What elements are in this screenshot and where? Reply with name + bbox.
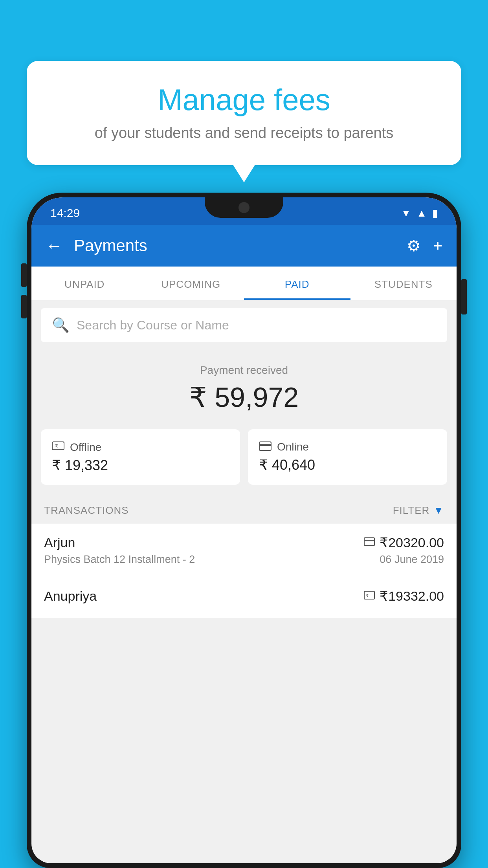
payment-cards: ₹ Offline ₹ 19,332 [31,421,457,496]
online-icon [259,440,272,454]
svg-text:₹: ₹ [55,443,58,449]
settings-icon[interactable]: ⚙ [407,237,421,255]
online-amount: ₹ 40,640 [259,457,436,473]
speech-bubble-title: Manage fees [50,83,438,117]
phone-notch [205,197,283,218]
offline-label: Offline [70,441,101,454]
transaction-amount-wrapper: ₹20320.00 [364,535,444,550]
filter-icon: ▼ [433,504,444,517]
camera [238,202,250,213]
tabs-bar: UNPAID UPCOMING PAID STUDENTS [31,267,457,300]
search-icon: 🔍 [52,317,70,333]
svg-rect-3 [259,444,271,446]
battery-icon: ▮ [432,207,438,219]
offline-payment-card: ₹ Offline ₹ 19,332 [41,429,240,485]
transaction-list: Arjun ₹20320.00 Physics [31,524,457,618]
transaction-amount-wrapper: ₹ ₹19332.00 [364,588,444,604]
table-row[interactable]: Anupriya ₹ ₹19332.00 [31,577,457,618]
tab-paid[interactable]: PAID [244,267,350,300]
app-bar-actions: ⚙ + [407,237,442,255]
search-bar[interactable]: 🔍 Search by Course or Name [41,308,447,342]
phone-frame: 14:29 ▼ ▲ ▮ ← Payments ⚙ + UNPAID [27,193,461,868]
online-label: Online [277,441,309,453]
speech-bubble: Manage fees of your students and send re… [27,61,461,165]
filter-button[interactable]: FILTER ▼ [393,504,444,517]
tab-students[interactable]: STUDENTS [350,267,457,300]
status-icons: ▼ ▲ ▮ [401,207,438,219]
app-bar: ← Payments ⚙ + [31,225,457,267]
svg-text:₹: ₹ [366,593,369,598]
add-icon[interactable]: + [433,237,442,255]
back-button[interactable]: ← [46,236,63,256]
volume-down-button[interactable] [21,295,27,318]
offline-amount: ₹ 19,332 [52,457,229,474]
phone-screen: 14:29 ▼ ▲ ▮ ← Payments ⚙ + UNPAID [31,197,457,863]
svg-rect-5 [364,540,374,541]
power-button[interactable] [461,279,467,314]
offline-icon: ₹ [52,440,64,454]
status-time: 14:29 [50,206,80,220]
content-area: 🔍 Search by Course or Name Payment recei… [31,308,457,618]
payment-received-amount: ₹ 59,972 [41,381,447,414]
table-row[interactable]: Arjun ₹20320.00 Physics [31,524,457,577]
transaction-name: Anupriya [44,588,97,604]
transactions-label: TRANSACTIONS [44,504,129,517]
volume-up-button[interactable] [21,263,27,287]
transaction-course: Physics Batch 12 Installment - 2 [44,554,195,566]
svg-rect-0 [52,442,64,450]
tab-upcoming[interactable]: UPCOMING [138,267,244,300]
app-bar-title: Payments [74,236,396,255]
speech-bubble-subtitle: of your students and send receipts to pa… [50,125,438,142]
wifi-icon: ▼ [401,207,411,219]
transaction-amount: ₹20320.00 [380,535,444,550]
transactions-header: TRANSACTIONS FILTER ▼ [31,496,457,524]
signal-icon: ▲ [416,207,427,219]
svg-rect-2 [259,442,271,451]
transaction-date: 06 June 2019 [380,554,444,566]
payment-received-label: Payment received [41,364,447,377]
filter-label: FILTER [393,504,430,517]
svg-rect-4 [364,538,374,546]
transaction-amount: ₹19332.00 [380,588,444,604]
payment-received-section: Payment received ₹ 59,972 [31,350,457,421]
tab-unpaid[interactable]: UNPAID [31,267,138,300]
search-placeholder: Search by Course or Name [77,318,229,333]
transaction-name: Arjun [44,535,75,550]
payment-type-icon [364,536,375,549]
payment-type-icon-offline: ₹ [364,590,375,602]
online-payment-card: Online ₹ 40,640 [248,429,447,485]
